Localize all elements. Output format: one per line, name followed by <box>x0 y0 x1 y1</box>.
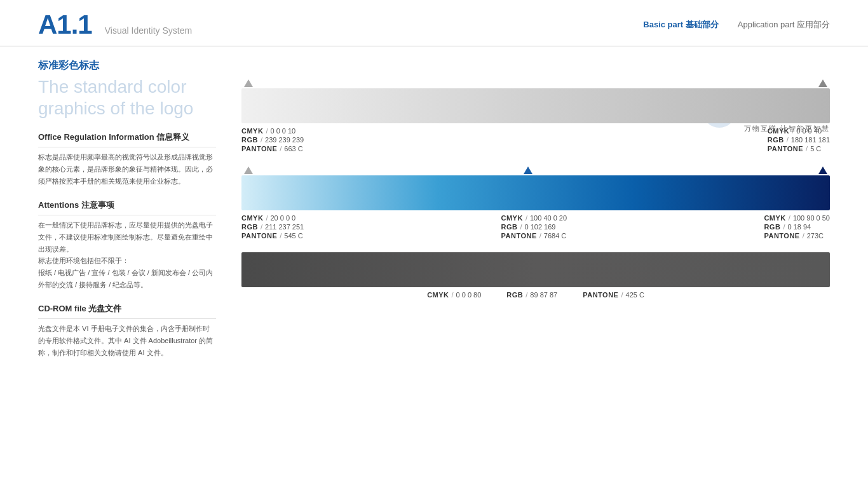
color-content: CMYK / 0 0 0 10 RGB / 239 239 239 PANTON… <box>241 59 830 371</box>
blue-left-rgb: 211 237 251 <box>265 223 304 231</box>
gray-left-cmyk-label: CMYK <box>241 127 263 135</box>
header-left: A1.1 Visual Identity System <box>38 11 192 38</box>
block-title-cdrom: CD-ROM file 光盘文件 <box>38 303 216 319</box>
sidebar-block-office: Office Regulation Information 信息释义 标志是品牌… <box>38 132 216 187</box>
gray-right-rgb-label: RGB <box>768 136 784 144</box>
gray-right-pantone-label: PANTONE <box>768 145 803 152</box>
dark-cmyk: 0 0 0 80 <box>456 291 482 299</box>
triangle-gray-left <box>244 79 253 87</box>
gray-right-pantone-value: 5 C <box>810 145 821 152</box>
page-header: A1.1 Visual Identity System Basic part 基… <box>0 0 868 46</box>
nav-application-part[interactable]: Application part 应用部分 <box>738 19 830 30</box>
block-text-cdrom: 光盘文件是本 VI 手册电子文件的集合，内含手册制作时的专用软件格式文件。其中 … <box>38 323 216 358</box>
section-heading: The standard color graphics of the logo <box>38 76 216 119</box>
page-subtitle: Visual Identity System <box>105 25 192 36</box>
nav-basic-part[interactable]: Basic part 基础部分 <box>643 19 718 30</box>
blue-mid-rgb: 0 102 169 <box>525 223 556 231</box>
blue-left-cmyk: 20 0 0 0 <box>270 214 295 222</box>
gray-bar-group: CMYK / 0 0 0 10 RGB / 239 239 239 PANTON… <box>241 78 830 152</box>
blue-right-info: CMYK / 100 90 0 50 RGB / 0 18 94 PANTONE… <box>764 214 830 240</box>
blue-right-rgb: 0 18 94 <box>787 223 811 231</box>
header-nav: Basic part 基础部分 Application part 应用部分 <box>643 19 830 30</box>
gray-right-rgb-value: 180 181 181 <box>791 136 830 144</box>
gray-left-rgb-value: 239 239 239 <box>265 136 304 144</box>
blue-color-bar <box>241 175 830 210</box>
dark-color-bar <box>241 252 830 287</box>
blue-info-row: CMYK / 20 0 0 0 RGB / 211 237 251 PANTON… <box>241 214 830 240</box>
dark-rgb: 89 87 87 <box>530 291 557 299</box>
triangle-blue-left <box>244 166 253 174</box>
sidebar-block-attentions: Attentions 注意事项 在一般情况下使用品牌标志，应尽量使用提供的光盘电… <box>38 200 216 290</box>
dark-bar-container <box>241 252 830 287</box>
gray-bar-container <box>241 78 830 123</box>
blue-mid-info: CMYK / 100 40 0 20 RGB / 0 102 169 PANTO… <box>501 214 567 240</box>
page-id: A1.1 <box>38 11 92 38</box>
sidebar: 标准彩色标志 The standard color graphics of th… <box>38 59 216 371</box>
gray-left-pantone-value: 663 C <box>284 145 302 152</box>
block-title-office: Office Regulation Information 信息释义 <box>38 132 216 147</box>
dark-bar-group: CMYK / 0 0 0 80 RGB / 89 87 87 PANTONE /… <box>241 252 830 299</box>
blue-left-info: CMYK / 20 0 0 0 RGB / 211 237 251 PANTON… <box>241 214 304 240</box>
gray-left-rgb-label: RGB <box>241 136 258 144</box>
section-title-cn: 标准彩色标志 <box>38 59 216 72</box>
dark-pantone: 425 C <box>626 291 644 299</box>
triangle-gray-right <box>818 79 827 87</box>
triangle-blue-mid <box>524 166 532 174</box>
block-title-attentions: Attentions 注意事项 <box>38 200 216 215</box>
blue-mid-pantone: 7684 C <box>544 232 566 240</box>
gray-left-cmyk-value: 0 0 0 10 <box>270 127 295 135</box>
gray-left-pantone-label: PANTONE <box>241 145 277 152</box>
blue-left-pantone: 545 C <box>284 232 302 240</box>
blue-bar-group: CMYK / 20 0 0 0 RGB / 211 237 251 PANTON… <box>241 165 830 240</box>
gray-left-info: CMYK / 0 0 0 10 RGB / 239 239 239 PANTON… <box>241 127 304 152</box>
brand-tagline: 万物互联 让智能更智慧 <box>744 124 830 133</box>
triangle-blue-right <box>818 166 827 174</box>
blue-right-pantone: 273C <box>807 232 824 240</box>
blue-mid-cmyk: 100 40 0 20 <box>530 214 567 222</box>
main-content: 标准彩色标志 The standard color graphics of th… <box>0 59 868 371</box>
blue-right-cmyk: 100 90 0 50 <box>793 214 830 222</box>
gray-color-bar <box>241 88 830 123</box>
dark-info-row: CMYK / 0 0 0 80 RGB / 89 87 87 PANTONE /… <box>241 291 830 299</box>
block-text-attentions: 在一般情况下使用品牌标志，应尽量使用提供的光盘电子文件，不建议使用标准制图绘制标… <box>38 219 216 290</box>
sidebar-block-cdrom: CD-ROM file 光盘文件 光盘文件是本 VI 手册电子文件的集合，内含手… <box>38 303 216 358</box>
block-text-office: 标志是品牌使用频率最高的视觉符号以及形成品牌视觉形象的核心元素，是品牌形象的象征… <box>38 151 216 187</box>
